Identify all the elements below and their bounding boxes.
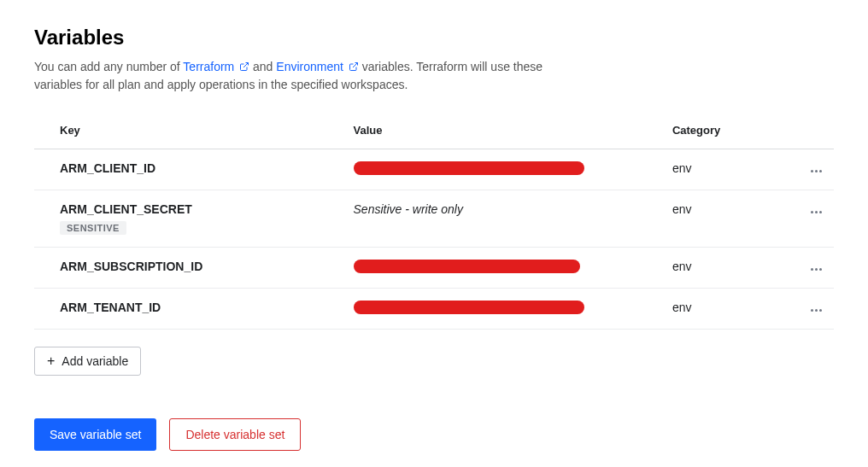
- terraform-link-label: Terraform: [183, 60, 234, 73]
- svg-line-0: [243, 63, 249, 68]
- table-header-key: Key: [34, 115, 328, 149]
- variable-key: ARM_CLIENT_ID: [34, 149, 328, 190]
- delete-variable-set-button[interactable]: Delete variable set: [169, 418, 301, 451]
- variable-key-cell: ARM_CLIENT_SECRET SENSITIVE: [34, 190, 328, 248]
- more-actions-button[interactable]: [807, 207, 825, 217]
- more-actions-button[interactable]: [807, 306, 825, 315]
- description: You can add any number of Terraform and …: [34, 58, 547, 94]
- add-variable-button[interactable]: + Add variable: [34, 347, 141, 376]
- variable-key: ARM_CLIENT_SECRET: [60, 202, 302, 216]
- svg-line-1: [353, 63, 358, 68]
- redacted-value: [354, 161, 584, 175]
- desc-and: and: [253, 60, 276, 73]
- variable-value: [328, 289, 647, 330]
- add-variable-label: Add variable: [62, 354, 128, 368]
- page-title: Variables: [34, 26, 834, 50]
- table-row: ARM_TENANT_ID env: [34, 289, 834, 330]
- variable-key: ARM_SUBSCRIPTION_ID: [34, 248, 328, 289]
- more-actions-button[interactable]: [807, 265, 825, 274]
- table-row: ARM_SUBSCRIPTION_ID env: [34, 248, 834, 289]
- table-header-value: Value: [328, 115, 647, 149]
- variable-value: [328, 248, 647, 289]
- environment-link-label: Environment: [276, 60, 343, 73]
- table-header-category: Category: [647, 115, 782, 149]
- save-variable-set-button[interactable]: Save variable set: [34, 418, 156, 451]
- redacted-value: [354, 301, 584, 314]
- variable-key: ARM_TENANT_ID: [34, 289, 328, 330]
- environment-link[interactable]: Environment: [276, 60, 361, 73]
- desc-prefix: You can add any number of: [34, 60, 183, 73]
- variable-category: env: [647, 190, 782, 248]
- action-buttons: Save variable set Delete variable set: [34, 418, 834, 451]
- variable-category: env: [647, 149, 782, 190]
- table-row: ARM_CLIENT_ID env: [34, 149, 834, 190]
- variable-category: env: [647, 248, 782, 289]
- table-row: ARM_CLIENT_SECRET SENSITIVE Sensitive - …: [34, 190, 834, 248]
- variable-value: [328, 149, 647, 190]
- sensitive-badge: SENSITIVE: [60, 221, 126, 235]
- plus-icon: +: [47, 354, 55, 368]
- more-actions-button[interactable]: [807, 166, 825, 176]
- terraform-link[interactable]: Terraform: [183, 60, 253, 73]
- redacted-value: [354, 260, 580, 273]
- variable-value: Sensitive - write only: [328, 190, 647, 248]
- external-link-icon: [239, 61, 249, 72]
- external-link-icon: [349, 61, 359, 72]
- variable-category: env: [647, 289, 782, 330]
- variables-table: Key Value Category ARM_CLIENT_ID env ARM…: [34, 115, 834, 330]
